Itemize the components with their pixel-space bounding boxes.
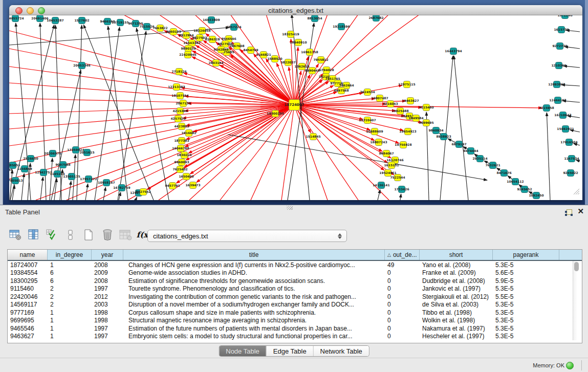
selected-node[interactable]: 1588520 bbox=[267, 56, 282, 62]
node[interactable]: 8813054 bbox=[307, 15, 322, 22]
split-divider-handle[interactable] bbox=[287, 206, 293, 210]
table-row[interactable]: 911546021997Tourette syndrome. Phenomeno… bbox=[8, 285, 582, 293]
table-cell[interactable]: Investigating the contribution of common… bbox=[123, 293, 385, 300]
edge[interactable] bbox=[51, 70, 81, 200]
network-canvas[interactable]: 1405572420691406106532871527602946616010… bbox=[9, 15, 582, 200]
table-cell[interactable]: 1997 bbox=[92, 325, 123, 332]
clear-selection-icon[interactable] bbox=[63, 228, 77, 242]
selected-node[interactable]: 16046788 bbox=[172, 145, 189, 152]
selected-node[interactable]: 19463627 bbox=[402, 98, 419, 104]
selected-node[interactable]: 9699695 bbox=[419, 120, 433, 126]
table-cell[interactable]: 2008 bbox=[92, 277, 123, 285]
table-cell[interactable]: Stergiakouli et al. (2012) bbox=[420, 293, 493, 300]
edge[interactable] bbox=[454, 56, 468, 200]
node[interactable]: 9245022 bbox=[563, 170, 578, 177]
table-cell[interactable]: 18724007 bbox=[8, 261, 48, 269]
selected-node[interactable]: 1877393 bbox=[174, 138, 189, 144]
table-cell[interactable]: 2008 bbox=[92, 261, 123, 269]
node[interactable]: 2051615 bbox=[79, 149, 94, 156]
selected-edge[interactable] bbox=[294, 105, 328, 200]
table-row[interactable]: 946554611997Estimation of the future num… bbox=[8, 324, 582, 333]
edge[interactable] bbox=[69, 181, 71, 200]
table-cell[interactable]: 0 bbox=[385, 269, 420, 276]
edge[interactable] bbox=[16, 23, 31, 200]
edge[interactable] bbox=[576, 160, 580, 161]
table-cell[interactable]: 0 bbox=[385, 277, 420, 285]
table-cell[interactable]: 6 bbox=[48, 269, 92, 276]
edge[interactable] bbox=[77, 25, 82, 200]
table-cell[interactable]: Embryonic stem cells: a model to study s… bbox=[123, 333, 385, 340]
selected-node[interactable]: 4215368 bbox=[172, 108, 187, 115]
table-row[interactable]: 2242004622012Investigating the contribut… bbox=[8, 293, 582, 301]
table-cell[interactable]: 0 bbox=[385, 333, 420, 340]
table-selector-dropdown[interactable]: citations_edges.txt bbox=[147, 230, 347, 242]
selected-node[interactable]: 7663822 bbox=[153, 25, 167, 32]
node[interactable]: 16210643 bbox=[554, 112, 571, 119]
select-all-icon[interactable] bbox=[45, 228, 59, 242]
table-cell[interactable]: Genome-wide association studies in ADHD. bbox=[123, 269, 385, 276]
node[interactable]: 10654112 bbox=[507, 179, 524, 185]
selected-node[interactable]: 1639473 bbox=[185, 182, 200, 189]
table-row[interactable]: 969969511998Structural magnetic resonanc… bbox=[8, 317, 582, 325]
node[interactable]: 9272735 bbox=[552, 43, 567, 50]
selected-node[interactable]: 18226058 bbox=[193, 28, 210, 34]
selected-node[interactable]: 9460093 bbox=[174, 159, 189, 166]
node[interactable]: 20206576 bbox=[44, 150, 61, 157]
selected-node[interactable]: 18107554 bbox=[171, 93, 188, 99]
selected-node[interactable]: 12975115 bbox=[398, 81, 415, 88]
tab-node-table[interactable]: Node Table bbox=[219, 346, 266, 356]
table-cell[interactable]: Hescheler et al. (1997) bbox=[420, 333, 493, 340]
node[interactable]: 12093862 bbox=[548, 81, 565, 88]
table-cell[interactable]: Structural magnetic resonance image aver… bbox=[123, 317, 385, 324]
node[interactable]: 9840934 bbox=[428, 127, 443, 134]
column-header-name[interactable]: name bbox=[8, 250, 48, 260]
table-cell[interactable]: Estimation of significance thresholds fo… bbox=[123, 277, 385, 285]
table-cell[interactable]: Yano et al. (2008) bbox=[420, 261, 493, 269]
table-cell[interactable]: 1 bbox=[48, 261, 92, 269]
node[interactable]: 16443794 bbox=[445, 48, 462, 55]
table-cell[interactable]: 1 bbox=[48, 309, 92, 316]
column-header-out_de[interactable]: △out_de... bbox=[385, 250, 420, 260]
node[interactable]: 1733426 bbox=[394, 186, 409, 193]
selected-edge[interactable] bbox=[9, 49, 294, 105]
table-cell[interactable]: 0 bbox=[385, 285, 420, 292]
selected-node[interactable]: 16961758 bbox=[301, 49, 318, 56]
float-panel-icon[interactable] bbox=[565, 209, 573, 216]
node[interactable]: 9245652 bbox=[517, 186, 532, 193]
table-cell[interactable]: 1 bbox=[48, 317, 92, 324]
selected-edge[interactable] bbox=[147, 105, 294, 190]
edge[interactable] bbox=[108, 26, 128, 200]
table-cell[interactable]: 9465546 bbox=[8, 325, 48, 332]
table-cell[interactable]: 2 bbox=[48, 293, 92, 300]
close-panel-icon[interactable]: ✕ bbox=[577, 207, 584, 215]
table-cell[interactable]: Estimation of the future numbers of pati… bbox=[123, 325, 385, 332]
edge[interactable] bbox=[228, 135, 487, 180]
edge[interactable] bbox=[50, 158, 52, 200]
selected-node[interactable]: 7522544 bbox=[390, 174, 405, 181]
table-row[interactable]: 1456911722003Disruption of a novel membe… bbox=[8, 301, 582, 309]
table-cell[interactable]: Tibbo et al. (1998) bbox=[420, 309, 493, 316]
node[interactable]: 19218596 bbox=[333, 24, 350, 30]
table-row[interactable]: 977716911998Corpus callosum shape and si… bbox=[8, 309, 582, 317]
table-row[interactable]: 946362711997Embryonic stem cells: a mode… bbox=[8, 333, 582, 341]
table-cell[interactable]: 1 bbox=[48, 325, 92, 332]
selected-node[interactable]: 1916682 bbox=[181, 130, 196, 137]
table-cell[interactable]: Jankovic et al. (1997) bbox=[420, 285, 493, 292]
node[interactable]: 14136141 bbox=[373, 182, 389, 189]
node[interactable]: 7632621 bbox=[485, 162, 500, 169]
table-cell[interactable]: Dudbridge et al. (2008) bbox=[420, 277, 493, 285]
table-cell[interactable]: 9463627 bbox=[8, 333, 48, 340]
selected-node[interactable]: 6497568 bbox=[334, 87, 349, 94]
edge[interactable] bbox=[103, 187, 105, 200]
selected-node[interactable]: 9457791 bbox=[165, 183, 180, 189]
node[interactable]: 2526650 bbox=[23, 156, 38, 162]
table-cell[interactable]: 2009 bbox=[92, 269, 123, 276]
left-panel-divider[interactable] bbox=[0, 0, 3, 205]
table-cell[interactable]: 5.9E-5 bbox=[493, 277, 559, 285]
selected-node[interactable]: 18325419 bbox=[282, 31, 299, 38]
edge[interactable] bbox=[40, 177, 43, 200]
table-cell[interactable]: 0 bbox=[385, 301, 420, 308]
edge[interactable] bbox=[440, 56, 453, 200]
node[interactable]: 9097588 bbox=[55, 162, 70, 168]
tab-network-table[interactable]: Network Table bbox=[313, 346, 369, 356]
